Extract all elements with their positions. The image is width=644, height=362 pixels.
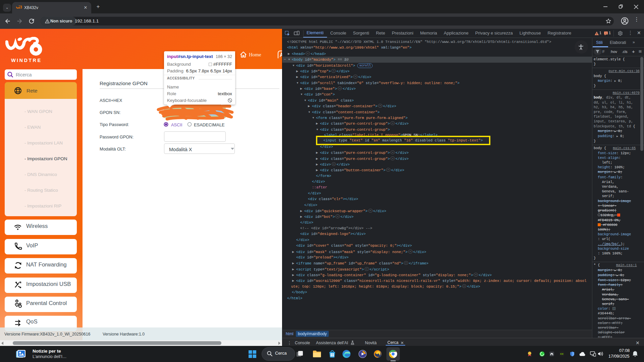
svg-text:!: ! [596,32,597,36]
svg-text:!: ! [605,32,606,35]
